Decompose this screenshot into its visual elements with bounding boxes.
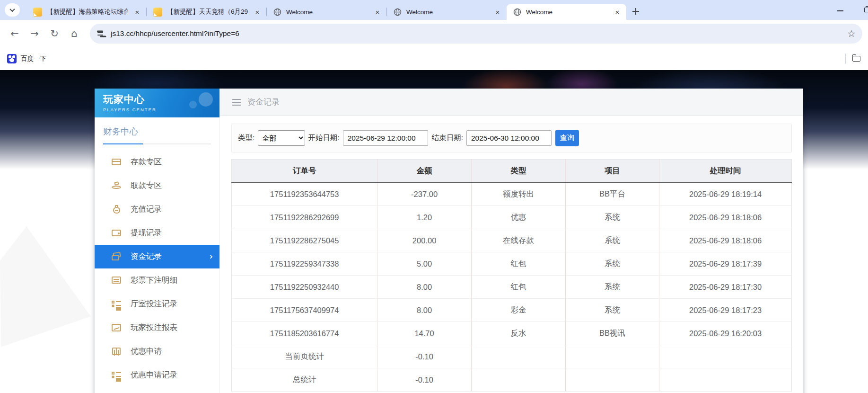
table-cell: 8.00 — [377, 276, 472, 299]
search-button[interactable]: 查询 — [555, 130, 579, 146]
globe-favicon — [394, 8, 402, 16]
chevron-right-icon: › — [209, 251, 213, 261]
back-icon[interactable]: ← — [7, 26, 23, 42]
money-icon — [112, 252, 121, 261]
section-underline — [103, 143, 211, 144]
tab-close-icon[interactable]: × — [253, 8, 262, 16]
table-cell: 5.00 — [377, 252, 472, 276]
browser-tab[interactable]: Welcome × — [267, 4, 386, 20]
table-cell: -0.10 — [377, 368, 472, 392]
tab-list: 【新提醒】海燕策略论坛综合交 × 【新提醒】天天竞猜（6月29日 × Welco… — [26, 0, 626, 20]
tab-title: Welcome — [406, 9, 489, 16]
url-text[interactable]: js13.cc/hhcp/usercenter.html?iniType=6 — [111, 29, 847, 38]
list-icon — [112, 276, 121, 285]
sidebar-item-label: 取款专区 — [131, 180, 162, 191]
sidebar-item-label: 资金记录 — [131, 251, 162, 262]
table-cell: 系统 — [565, 276, 659, 299]
tab-close-icon[interactable]: × — [133, 8, 141, 16]
sidebar-item-card[interactable]: 存款专区 › — [95, 150, 219, 174]
start-date-label: 开始日期: — [308, 133, 339, 143]
start-date-input[interactable] — [343, 130, 428, 146]
background-triangle-watermark — [0, 223, 95, 349]
table-cell: 额度转出 — [471, 183, 565, 206]
sidebar-item-list[interactable]: 彩票下注明细 › — [95, 268, 219, 292]
gift-icon — [112, 347, 121, 356]
column-header: 处理时间 — [659, 160, 792, 183]
sidebar-item-label: 充值记录 — [131, 204, 162, 214]
table-cell: 彩金 — [471, 299, 565, 322]
type-select[interactable]: 全部 — [258, 130, 305, 146]
table-row: 1751192353644753-237.00额度转出BB平台2025-06-2… — [232, 183, 792, 206]
sidebar-menu: 存款专区 › 取款专区 › 充值记录 › 提现记录 › — [95, 150, 219, 387]
wallet-icon — [112, 229, 121, 237]
other-bookmarks-folder-icon[interactable] — [852, 56, 860, 62]
funds-record-table: 订单号金额类型项目处理时间 1751192353644753-237.00额度转… — [231, 159, 792, 392]
reload-icon[interactable]: ↻ — [46, 26, 62, 42]
sidebar-item-money[interactable]: 资金记录 › — [95, 245, 219, 268]
table-cell: 系统 — [565, 229, 659, 252]
table-cell: 1.20 — [377, 206, 472, 229]
table-cell — [659, 345, 792, 368]
sidebar-item-gift[interactable]: 优惠申请 › — [95, 339, 219, 363]
new-tab-button[interactable] — [629, 5, 642, 18]
table-cell: 8.00 — [377, 299, 472, 322]
end-date-input[interactable] — [466, 130, 552, 146]
menu-toggle-icon[interactable] — [232, 102, 241, 103]
browser-tab[interactable]: 【新提醒】海燕策略论坛综合交 × — [26, 4, 146, 20]
table-cell: 系统 — [565, 252, 659, 276]
bag-icon — [112, 205, 121, 214]
yellow-message-favicon — [33, 8, 42, 17]
sidebar-item-bag[interactable]: 充值记录 › — [95, 197, 219, 221]
bookmark-star-icon[interactable]: ☆ — [847, 28, 856, 39]
table-cell: -237.00 — [377, 183, 472, 206]
sidebar-subtitle: PLAYERS CENTER — [103, 107, 219, 112]
browser-tab[interactable]: Welcome × — [387, 4, 507, 20]
table-row: 17511922509324408.00红包系统2025-06-29 18:17… — [232, 276, 792, 299]
table-cell: -0.10 — [377, 345, 472, 368]
minimize-icon[interactable] — [837, 10, 843, 11]
filter-bar: 类型: 全部 开始日期: 结束日期: 查询 — [231, 124, 792, 152]
home-icon[interactable]: ⌂ — [66, 26, 82, 42]
site-info-icon[interactable] — [94, 27, 107, 40]
table-cell — [565, 368, 659, 392]
sidebar-item-label: 优惠申请 — [131, 346, 162, 357]
sidebar: 玩家中心 PLAYERS CENTER 财务中心 存款专区 › 取款专区 › — [95, 89, 220, 393]
table-cell: 1751192286275045 — [232, 229, 377, 252]
tab-close-icon[interactable]: × — [613, 8, 622, 16]
sidebar-item-label: 存款专区 — [131, 157, 162, 167]
tab-close-icon[interactable]: × — [493, 8, 502, 16]
table-cell: 反水 — [471, 322, 565, 345]
sidebar-title: 玩家中心 — [103, 93, 219, 106]
sidebar-item-wallet[interactable]: 提现记录 › — [95, 221, 219, 245]
browser-tab[interactable]: Welcome × — [507, 4, 626, 20]
table-cell: 14.70 — [377, 322, 472, 345]
tab-close-icon[interactable]: × — [373, 8, 382, 16]
table-cell: 1751192259347338 — [232, 252, 377, 276]
sidebar-item-label: 提现记录 — [131, 228, 162, 238]
bookmark-baidu[interactable]: 百度一下 — [21, 54, 46, 63]
table-cell: BB平台 — [565, 183, 659, 206]
sidebar-item-chart[interactable]: 玩家投注报表 › — [95, 316, 219, 339]
forward-icon[interactable]: → — [26, 26, 43, 42]
sidebar-item-hand[interactable]: 取款专区 › — [95, 174, 219, 197]
address-bar[interactable]: js13.cc/hhcp/usercenter.html?iniType=6 ☆ — [90, 24, 862, 44]
browser-tab[interactable]: 【新提醒】天天竞猜（6月29日 × — [147, 4, 266, 20]
sidebar-item-listalt[interactable]: 厅室投注记录 › — [95, 292, 219, 316]
bookmarks-bar: 百度一下 — [0, 47, 868, 70]
table-body: 1751192353644753-237.00额度转出BB平台2025-06-2… — [232, 183, 792, 392]
sidebar-item-listalt[interactable]: 优惠申请记录 › — [95, 363, 219, 387]
table-cell: 系统 — [565, 206, 659, 229]
table-cell: 1751192286292699 — [232, 206, 377, 229]
type-label: 类型: — [238, 133, 254, 143]
restore-window-icon[interactable] — [864, 8, 868, 12]
table-cell — [471, 345, 565, 368]
table-row: 17511922593473385.00红包系统2025-06-29 18:17… — [232, 252, 792, 276]
page-viewport: 玩家中心 PLAYERS CENTER 财务中心 存款专区 › 取款专区 › — [0, 70, 868, 393]
table-cell — [659, 368, 792, 392]
tab-search-button[interactable] — [5, 3, 20, 17]
player-center-card: 玩家中心 PLAYERS CENTER 财务中心 存款专区 › 取款专区 › — [95, 89, 803, 393]
table-cell — [471, 368, 565, 392]
bookmarks-separator — [845, 54, 846, 64]
table-cell: 1751192250932440 — [232, 276, 377, 299]
column-header: 金额 — [377, 160, 472, 183]
